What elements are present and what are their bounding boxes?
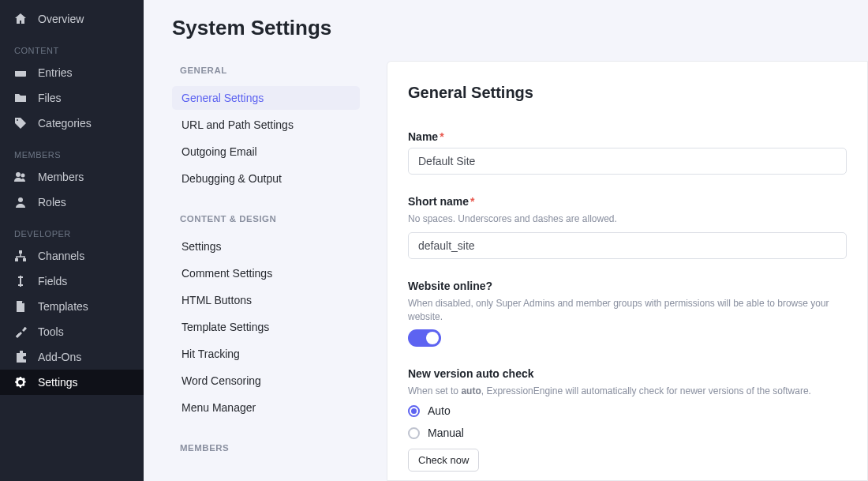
settings-subnav: GENERAL General Settings URL and Path Se… bbox=[172, 61, 360, 481]
radio-auto[interactable] bbox=[408, 405, 420, 417]
members-icon bbox=[14, 171, 27, 183]
sidebar-item-entries[interactable]: Entries bbox=[0, 60, 144, 85]
radio-option-auto[interactable]: Auto bbox=[408, 404, 847, 417]
version-check-label: New version auto check bbox=[408, 367, 847, 380]
sidebar-item-categories[interactable]: Categories bbox=[0, 111, 144, 136]
subnav-link-word-censoring[interactable]: Word Censoring bbox=[172, 369, 360, 393]
svg-rect-1 bbox=[15, 69, 26, 71]
subnav-group-members: MEMBERS bbox=[172, 438, 360, 464]
required-asterisk: * bbox=[440, 130, 443, 143]
main-content: System Settings GENERAL General Settings… bbox=[144, 0, 868, 481]
sidebar-item-members[interactable]: Members bbox=[0, 164, 144, 190]
tag-icon bbox=[14, 117, 27, 130]
name-label: Name* bbox=[408, 130, 847, 143]
sidebar-label: Channels bbox=[38, 250, 84, 262]
svg-point-2 bbox=[17, 119, 18, 121]
sidebar-item-addons[interactable]: Add-Ons bbox=[0, 344, 144, 370]
radio-option-manual[interactable]: Manual bbox=[408, 427, 847, 439]
short-name-label: Short name* bbox=[408, 195, 847, 208]
puzzle-icon bbox=[14, 351, 27, 363]
svg-point-5 bbox=[18, 197, 23, 202]
radio-auto-label: Auto bbox=[428, 404, 451, 417]
sidebar-label: Settings bbox=[38, 376, 78, 389]
field-short-name: Short name* No spaces. Underscores and d… bbox=[408, 195, 847, 259]
sidebar-item-files[interactable]: Files bbox=[0, 85, 144, 111]
version-check-hint: When set to auto, ExpressionEngine will … bbox=[408, 385, 847, 398]
toggle-knob bbox=[426, 332, 439, 344]
website-online-label: Website online? bbox=[408, 280, 847, 292]
sidebar-section-developer: DEVELOPER bbox=[0, 215, 144, 243]
page-title: System Settings bbox=[172, 16, 868, 40]
required-asterisk: * bbox=[470, 195, 474, 208]
sidebar-label: Templates bbox=[38, 300, 88, 313]
gear-icon bbox=[14, 376, 27, 389]
short-name-hint: No spaces. Underscores and dashes are al… bbox=[408, 212, 847, 226]
sidebar-label: Fields bbox=[38, 275, 67, 287]
svg-rect-8 bbox=[23, 258, 26, 261]
user-icon bbox=[14, 196, 27, 209]
radio-manual[interactable] bbox=[408, 427, 420, 439]
svg-rect-7 bbox=[15, 258, 18, 261]
website-online-toggle[interactable] bbox=[408, 329, 441, 347]
sidebar-label: Tools bbox=[38, 325, 64, 338]
subnav-link-outgoing-email[interactable]: Outgoing Email bbox=[172, 140, 360, 163]
subnav-link-settings[interactable]: Settings bbox=[172, 235, 360, 258]
subnav-link-debugging[interactable]: Debugging & Output bbox=[172, 167, 360, 190]
sitemap-icon bbox=[14, 250, 27, 262]
subnav-link-general-settings[interactable]: General Settings bbox=[172, 86, 360, 110]
panel-title: General Settings bbox=[408, 84, 847, 102]
sidebar-item-roles[interactable]: Roles bbox=[0, 190, 144, 215]
short-name-input[interactable] bbox=[408, 232, 847, 259]
sidebar-label: Categories bbox=[38, 117, 92, 130]
field-name: Name* bbox=[408, 130, 847, 175]
subnav-link-hit-tracking[interactable]: Hit Tracking bbox=[172, 342, 360, 366]
svg-point-3 bbox=[16, 172, 21, 177]
check-now-button[interactable]: Check now bbox=[408, 449, 479, 472]
sidebar-item-tools[interactable]: Tools bbox=[0, 319, 144, 344]
fields-icon bbox=[14, 275, 27, 287]
subnav-group-general: GENERAL bbox=[172, 61, 360, 86]
subnav-link-comment-settings[interactable]: Comment Settings bbox=[172, 261, 360, 285]
subnav-link-template-settings[interactable]: Template Settings bbox=[172, 315, 360, 339]
subnav-link-url-path[interactable]: URL and Path Settings bbox=[172, 113, 360, 137]
tools-icon bbox=[14, 325, 27, 338]
radio-manual-label: Manual bbox=[428, 427, 464, 439]
sidebar-item-settings[interactable]: Settings bbox=[0, 370, 144, 395]
name-input[interactable] bbox=[408, 148, 847, 175]
sidebar-label: Files bbox=[38, 92, 62, 104]
file-icon bbox=[14, 300, 27, 313]
sidebar-label: Entries bbox=[38, 66, 73, 79]
sidebar-item-channels[interactable]: Channels bbox=[0, 243, 144, 269]
settings-panel: General Settings Name* Short name* No sp… bbox=[387, 61, 868, 481]
sidebar-section-content: CONTENT bbox=[0, 32, 144, 60]
subnav-group-content-design: CONTENT & DESIGN bbox=[172, 209, 360, 235]
sidebar-label: Members bbox=[38, 171, 84, 183]
home-icon bbox=[14, 13, 27, 25]
sidebar-label: Overview bbox=[38, 13, 84, 25]
subnav-link-html-buttons[interactable]: HTML Buttons bbox=[172, 288, 360, 312]
entries-icon bbox=[14, 66, 27, 79]
field-version-check: New version auto check When set to auto,… bbox=[408, 367, 847, 472]
folder-icon bbox=[14, 92, 27, 104]
field-website-online: Website online? When disabled, only Supe… bbox=[408, 280, 847, 348]
sidebar-label: Roles bbox=[38, 196, 66, 209]
sidebar-item-templates[interactable]: Templates bbox=[0, 294, 144, 319]
sidebar-label: Add-Ons bbox=[38, 351, 81, 363]
website-online-hint: When disabled, only Super Admins and mem… bbox=[408, 297, 847, 324]
main-sidebar: Overview CONTENT Entries Files Categorie… bbox=[0, 0, 144, 481]
subnav-link-menu-manager[interactable]: Menu Manager bbox=[172, 396, 360, 419]
sidebar-item-overview[interactable]: Overview bbox=[0, 6, 144, 32]
sidebar-section-members: MEMBERS bbox=[0, 136, 144, 164]
svg-rect-6 bbox=[19, 250, 22, 254]
sidebar-item-fields[interactable]: Fields bbox=[0, 269, 144, 294]
svg-point-4 bbox=[21, 174, 25, 178]
